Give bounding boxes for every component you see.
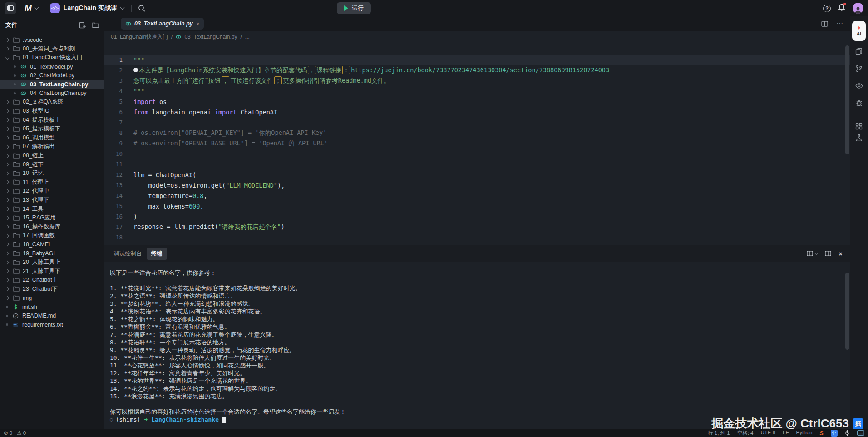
- code-line-5[interactable]: 5import os: [104, 96, 850, 107]
- tree-item-.vscode[interactable]: .vscode: [0, 35, 104, 45]
- tree-item-init.sh[interactable]: $init.sh: [0, 303, 104, 312]
- close-panel-icon[interactable]: ×: [838, 250, 843, 258]
- run-button[interactable]: 运行: [337, 2, 371, 14]
- chevron-right-icon[interactable]: [5, 198, 9, 202]
- tab-terminal[interactable]: 终端: [147, 248, 167, 260]
- tree-item-13_代理下[interactable]: 13_代理下: [0, 196, 104, 205]
- code-editor[interactable]: 1"""2本文件是【LangChain系统安装和快速入门】章节的配套代码，课程链…: [104, 43, 850, 245]
- chevron-right-icon[interactable]: [5, 118, 9, 122]
- toggle-sidebar-button[interactable]: [5, 2, 16, 14]
- tree-item-18_CAMEL[interactable]: 18_CAMEL: [0, 240, 104, 249]
- tree-item-06_调用模型[interactable]: 06_调用模型: [0, 134, 104, 143]
- code-link[interactable]: https://juejin.cn/book/73877023474361303…: [351, 66, 609, 74]
- tree-item-05_提示模板下[interactable]: 05_提示模板下: [0, 124, 104, 134]
- chevron-right-icon[interactable]: [5, 171, 9, 175]
- chevron-right-icon[interactable]: [5, 234, 9, 238]
- chevron-right-icon[interactable]: [5, 47, 9, 50]
- chevron-right-icon[interactable]: [5, 109, 9, 113]
- chevron-right-icon[interactable]: [5, 163, 9, 166]
- tree-item-03_TextLangChain.py[interactable]: 03_TextLangChain.py: [0, 80, 104, 89]
- tree-item-10_记忆[interactable]: 10_记忆: [0, 169, 104, 178]
- help-icon[interactable]: ?: [823, 5, 831, 12]
- terminal-output[interactable]: 以下是一些适合花店的名字，供你参考： 1. **花漾时光**: 寓意着花店能为顾…: [104, 262, 850, 429]
- split-panel-icon[interactable]: [825, 251, 831, 256]
- code-line-15[interactable]: 15 max_tokens=600,: [104, 201, 850, 211]
- chevron-right-icon[interactable]: [5, 296, 9, 300]
- split-editor-icon[interactable]: [821, 21, 828, 27]
- tree-item-08_链上[interactable]: 08_链上: [0, 151, 104, 160]
- code-line-2[interactable]: 2本文件是【LangChain系统安装和快速入门】章节的配套代码，课程链接：ht…: [104, 65, 850, 75]
- chevron-right-icon[interactable]: [5, 180, 9, 184]
- test-flask-icon[interactable]: [852, 131, 866, 144]
- chevron-right-icon[interactable]: [5, 127, 9, 130]
- code-line-9[interactable]: 9# os.environ["OPENAI_BASE_URL"] = 'Open…: [104, 138, 850, 149]
- tree-item-01_TextModel.py[interactable]: 01_TextModel.py: [0, 62, 104, 71]
- tree-item-11_代理上[interactable]: 11_代理上: [0, 178, 104, 187]
- search-icon[interactable]: [138, 5, 145, 12]
- chevron-right-icon[interactable]: [5, 287, 9, 291]
- tree-item-img[interactable]: img: [0, 293, 104, 303]
- chevron-right-icon[interactable]: [5, 260, 9, 264]
- chevron-right-icon[interactable]: [5, 154, 9, 157]
- tree-item-19_BabyAGI[interactable]: 19_BabyAGI: [0, 249, 104, 258]
- tree-item-12_代理中[interactable]: 12_代理中: [0, 187, 104, 196]
- chevron-right-icon[interactable]: [5, 243, 9, 246]
- user-avatar[interactable]: [853, 3, 863, 14]
- code-line-18[interactable]: 18: [104, 232, 850, 243]
- code-line-6[interactable]: 6from langchain_openai import ChatOpenAI: [104, 107, 850, 117]
- tree-item-07_解析输出[interactable]: 07_解析输出: [0, 142, 104, 151]
- chevron-right-icon[interactable]: [5, 136, 9, 139]
- tree-item-16_操作数据库[interactable]: 16_操作数据库: [0, 222, 104, 231]
- source-control-branch-icon[interactable]: [852, 62, 866, 75]
- editor-scrollbar[interactable]: [845, 45, 849, 154]
- code-line-12[interactable]: 12llm = ChatOpenAI(: [104, 169, 850, 180]
- code-line-8[interactable]: 8# os.environ["OPENAI_API_KEY"] = '你的Ope…: [104, 128, 850, 138]
- code-line-3[interactable]: 3您可以点击最上方的“运行”按钮，直接运行该文件；更多操作指引请参考Readme…: [104, 75, 850, 86]
- warnings-indicator[interactable]: ⚠ 0: [17, 430, 26, 436]
- pages-icon[interactable]: [852, 45, 866, 58]
- chevron-right-icon[interactable]: [5, 278, 9, 282]
- tree-item-04_ChatLongChain.py[interactable]: 04_ChatLongChain.py: [0, 89, 104, 98]
- tree-item-17_回调函数[interactable]: 17_回调函数: [0, 231, 104, 240]
- debug-bug-icon[interactable]: [852, 96, 866, 110]
- code-line-11[interactable]: 11: [104, 159, 850, 169]
- errors-indicator[interactable]: ⊘ 0: [4, 430, 12, 436]
- extensions-grid-icon[interactable]: [852, 114, 866, 127]
- tree-item-00_开篇词_奇点时刻[interactable]: 00_开篇词_奇点时刻: [0, 45, 104, 54]
- chevron-right-icon[interactable]: [5, 216, 9, 219]
- code-line-16[interactable]: 16): [104, 211, 850, 222]
- project-name[interactable]: LangChain 实战课: [64, 4, 117, 12]
- terminal-scrollbar[interactable]: [845, 273, 849, 350]
- tree-item-22_Chatbot上[interactable]: 22_Chatbot上: [0, 276, 104, 285]
- chevron-right-icon[interactable]: [5, 225, 9, 228]
- notifications-bell-icon[interactable]: [838, 4, 845, 13]
- tree-item-20_人脉工具上[interactable]: 20_人脉工具上: [0, 258, 104, 267]
- ai-inlay-hint-icon[interactable]: [133, 68, 138, 72]
- breadcrumb-folder[interactable]: 01_LangChain快速入门: [111, 33, 168, 41]
- new-folder-icon[interactable]: [92, 22, 99, 28]
- new-file-icon[interactable]: [79, 22, 86, 29]
- ai-assistant-button[interactable]: ✦ AI: [852, 21, 866, 41]
- tree-item-01_LangChain快速入门[interactable]: 01_LangChain快速入门: [0, 53, 104, 62]
- tree-item-23_Chatbot下[interactable]: 23_Chatbot下: [0, 285, 104, 294]
- tree-item-04_提示模板上[interactable]: 04_提示模板上: [0, 115, 104, 124]
- chevron-right-icon[interactable]: [5, 100, 9, 104]
- code-line-1[interactable]: 1""": [104, 55, 850, 65]
- tree-item-03_模型IO[interactable]: 03_模型IO: [0, 107, 104, 116]
- tree-item-21_人脉工具下[interactable]: 21_人脉工具下: [0, 267, 104, 276]
- chevron-right-icon[interactable]: [5, 269, 9, 273]
- logo-chevron-down-icon[interactable]: [34, 5, 39, 10]
- tree-item-02_文档QA系统[interactable]: 02_文档QA系统: [0, 98, 104, 107]
- tab-03-textlangchain[interactable]: 03_TextLangChain.py ×: [121, 18, 204, 30]
- preview-eye-icon[interactable]: [852, 79, 866, 93]
- code-line-17[interactable]: 17response = llm.predict("请给我的花店起个名"): [104, 222, 850, 232]
- code-line-14[interactable]: 14 temperature=0.8,: [104, 190, 850, 201]
- tree-item-14_工具[interactable]: 14_工具: [0, 204, 104, 214]
- tree-item-09_链下[interactable]: 09_链下: [0, 160, 104, 169]
- chevron-right-icon[interactable]: [5, 145, 9, 149]
- tree-item-README.md[interactable]: ?README.md: [0, 311, 104, 320]
- breadcrumb-file[interactable]: 03_TextLangChain.py: [184, 34, 237, 40]
- chevron-down-icon[interactable]: [5, 56, 9, 60]
- code-line-7[interactable]: 7: [104, 117, 850, 128]
- editor-more-actions-icon[interactable]: ⋯: [836, 20, 843, 28]
